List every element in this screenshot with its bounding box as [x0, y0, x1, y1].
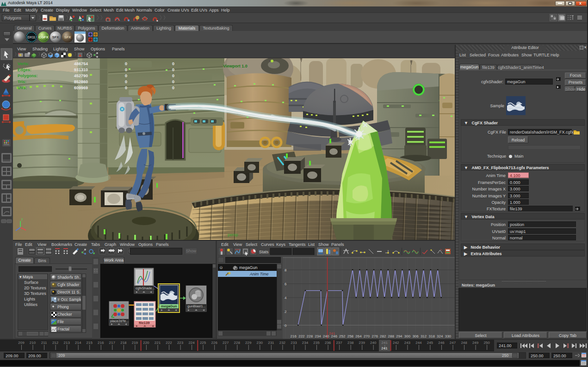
svg-text:cgfxShade...: cgfxShade... — [136, 286, 155, 290]
svg-text:230: 230 — [257, 341, 263, 345]
svg-text:294: 294 — [396, 334, 402, 338]
svg-text:8: 8 — [285, 268, 287, 272]
svg-text:persp: persp — [228, 232, 238, 237]
svg-text:6: 6 — [285, 282, 287, 286]
svg-text:252: 252 — [339, 334, 346, 338]
svg-text:place2dTe...: place2dTe... — [110, 319, 129, 323]
svg-text:240: 240 — [323, 334, 329, 338]
svg-text:241: 241 — [381, 346, 388, 350]
svg-text:246: 246 — [438, 341, 445, 345]
svg-text:gunBlast1...: gunBlast1... — [187, 304, 206, 308]
svg-text:318: 318 — [429, 334, 435, 338]
svg-text:228: 228 — [307, 334, 313, 338]
svg-text:238: 238 — [347, 341, 354, 345]
svg-text:931310: 931310 — [74, 67, 88, 72]
svg-text:0: 0 — [125, 73, 127, 78]
svg-text:235: 235 — [313, 341, 320, 345]
svg-text:258: 258 — [347, 334, 354, 338]
svg-text:0: 0 — [172, 67, 174, 72]
svg-text:216: 216 — [291, 334, 297, 338]
svg-text:231: 231 — [268, 341, 274, 345]
svg-text:SFX: SFX — [52, 35, 59, 39]
svg-text:248: 248 — [461, 341, 467, 345]
svg-text:4: 4 — [285, 296, 287, 300]
svg-text:300: 300 — [404, 334, 411, 338]
svg-text:CGFX: CGFX — [39, 35, 49, 39]
svg-text:222: 222 — [298, 334, 305, 338]
svg-text:270: 270 — [364, 334, 370, 338]
svg-text:288: 288 — [388, 334, 395, 338]
svg-text:0: 0 — [285, 324, 287, 328]
svg-text:218: 218 — [120, 341, 127, 345]
svg-text:226: 226 — [211, 341, 218, 345]
svg-text:214: 214 — [75, 341, 81, 345]
svg-text:Tris:: Tris: — [18, 80, 26, 84]
svg-text:219: 219 — [132, 341, 138, 345]
svg-text:232: 232 — [279, 341, 286, 345]
svg-text:227: 227 — [223, 341, 229, 345]
svg-text:233: 233 — [291, 341, 297, 345]
svg-text:247: 247 — [450, 341, 456, 345]
svg-text:609969: 609969 — [74, 86, 88, 90]
svg-text:212: 212 — [52, 341, 59, 345]
svg-text:236: 236 — [325, 341, 331, 345]
svg-text:Stats: Stats — [259, 250, 269, 254]
svg-text:234: 234 — [302, 341, 309, 345]
svg-text:224: 224 — [188, 341, 195, 345]
svg-text:SFX: SFX — [64, 35, 71, 39]
svg-text:Edges:: Edges: — [18, 67, 31, 72]
svg-text:2: 2 — [285, 310, 287, 314]
svg-text:209: 209 — [18, 341, 25, 345]
svg-text:222: 222 — [166, 341, 172, 345]
svg-text:486754: 486754 — [74, 61, 88, 66]
svg-text:241: 241 — [382, 341, 388, 345]
svg-text:239: 239 — [359, 341, 365, 345]
svg-text:242: 242 — [393, 341, 399, 345]
svg-text:0: 0 — [125, 80, 127, 84]
svg-text:Viewport 1.0: Viewport 1.0 — [223, 64, 248, 68]
svg-text:0: 0 — [172, 86, 174, 90]
svg-text:249: 249 — [472, 341, 479, 345]
svg-text:megaGun: megaGun — [161, 304, 177, 308]
svg-text:file139: file139 — [139, 321, 149, 325]
svg-text:0: 0 — [125, 61, 127, 66]
svg-text:330: 330 — [445, 334, 452, 338]
svg-text:Polygons:: Polygons: — [18, 73, 38, 78]
svg-text:223: 223 — [177, 341, 184, 345]
svg-text:0: 0 — [172, 73, 174, 78]
svg-text:312: 312 — [421, 334, 427, 338]
svg-text:225: 225 — [200, 341, 206, 345]
svg-text:250: 250 — [483, 341, 490, 345]
svg-text:0: 0 — [125, 67, 127, 72]
svg-text:0: 0 — [172, 80, 174, 84]
svg-text:229: 229 — [245, 341, 252, 345]
svg-text:234: 234 — [315, 334, 321, 338]
svg-text:306: 306 — [412, 334, 419, 338]
svg-text:0: 0 — [125, 86, 127, 90]
svg-text:0: 0 — [172, 61, 174, 66]
svg-text:221: 221 — [155, 341, 161, 345]
svg-text:240: 240 — [370, 341, 377, 345]
svg-text:244: 244 — [415, 341, 422, 345]
svg-text:Verts:: Verts: — [18, 61, 29, 66]
svg-text:215: 215 — [87, 341, 93, 345]
svg-text:217: 217 — [109, 341, 116, 345]
svg-text:210: 210 — [30, 341, 36, 345]
svg-text:y: y — [21, 217, 23, 221]
svg-text:282: 282 — [380, 334, 386, 338]
svg-text:852860: 852860 — [74, 80, 88, 84]
svg-text:246: 246 — [331, 334, 338, 338]
svg-text:324: 324 — [437, 334, 443, 338]
svg-text:237: 237 — [336, 341, 342, 345]
svg-text:245: 245 — [427, 341, 433, 345]
svg-text:213: 213 — [64, 341, 70, 345]
svg-text:243: 243 — [404, 341, 411, 345]
svg-text:DX11: DX11 — [28, 36, 36, 39]
svg-text:264: 264 — [355, 334, 362, 338]
svg-text:211: 211 — [41, 341, 47, 345]
svg-text:220: 220 — [143, 341, 149, 345]
svg-text:216: 216 — [98, 341, 104, 345]
svg-text:452790: 452790 — [74, 73, 88, 78]
svg-text:228: 228 — [234, 341, 241, 345]
svg-text:UVs:: UVs: — [18, 86, 27, 90]
